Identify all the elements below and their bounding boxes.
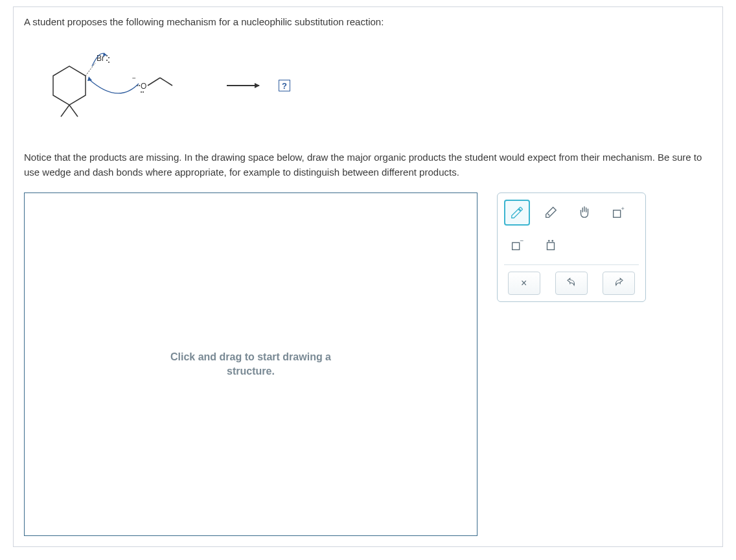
svg-point-5 (106, 55, 108, 56)
svg-text:−: − (132, 75, 136, 82)
lone-pair-icon (544, 238, 558, 252)
reaction-arrow-container: ? (227, 80, 290, 91)
pencil-icon (510, 205, 524, 220)
undo-icon (566, 277, 577, 289)
svg-text:−: − (520, 238, 524, 244)
clear-button[interactable]: × (508, 272, 540, 295)
workspace: Click and drag to start drawing a struct… (24, 192, 712, 536)
svg-line-16 (148, 78, 160, 86)
svg-line-17 (160, 78, 172, 86)
svg-point-6 (108, 57, 109, 58)
drawing-canvas[interactable]: Click and drag to start drawing a struct… (24, 192, 477, 536)
eraser-tool[interactable] (538, 200, 564, 226)
svg-line-2 (69, 105, 78, 117)
hand-tool[interactable] (571, 200, 597, 226)
canvas-placeholder: Click and drag to start drawing a struct… (170, 350, 331, 379)
svg-rect-19 (614, 210, 621, 217)
svg-text:O: O (141, 82, 146, 91)
svg-point-25 (551, 240, 553, 242)
svg-point-7 (106, 60, 108, 61)
lone-pair-tool[interactable] (538, 232, 564, 258)
product-placeholder: ? (279, 80, 290, 91)
problem-container: A student proposes the following mechani… (13, 6, 723, 547)
reaction-arrow (227, 85, 259, 86)
svg-line-3 (86, 63, 95, 76)
svg-point-15 (143, 91, 144, 93)
svg-point-14 (141, 91, 142, 93)
charge-plus-icon: + (611, 205, 625, 220)
svg-point-24 (548, 240, 550, 242)
svg-rect-21 (512, 242, 520, 250)
problem-intro: A student proposes the following mechani… (24, 15, 712, 29)
instruction-text: Notice that the products are missing. In… (24, 150, 712, 180)
close-icon: × (521, 277, 527, 289)
svg-rect-23 (547, 242, 555, 250)
redo-button[interactable] (603, 272, 635, 295)
svg-marker-0 (53, 66, 86, 105)
charge-plus-tool[interactable]: + (605, 200, 631, 226)
mechanism-diagram: Br − O ? (34, 40, 712, 131)
pencil-tool[interactable] (504, 200, 530, 226)
redo-icon (613, 277, 625, 289)
svg-line-1 (61, 105, 69, 117)
svg-text:+: + (621, 205, 625, 212)
charge-minus-icon: − (510, 238, 524, 252)
svg-point-12 (139, 85, 140, 86)
charge-minus-tool[interactable]: − (504, 232, 530, 258)
svg-text:Br: Br (97, 54, 104, 63)
eraser-icon (544, 205, 558, 220)
svg-point-8 (108, 62, 109, 63)
svg-marker-18 (87, 76, 92, 81)
hand-icon (577, 205, 592, 220)
undo-button[interactable] (555, 272, 588, 295)
drawing-toolbar: + − × (497, 192, 646, 302)
